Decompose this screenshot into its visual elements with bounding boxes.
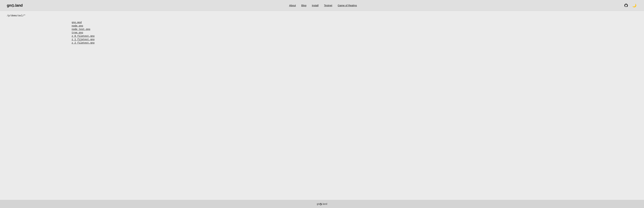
file-link-node-gno[interactable]: node.gno [72, 24, 83, 27]
file-link-z2-filetest-gno[interactable]: z_2_filetest.gno [72, 42, 94, 44]
nav-game-of-realms[interactable]: Game of Realms [338, 4, 357, 7]
nav-about[interactable]: About [289, 4, 296, 7]
nav-testnet[interactable]: Testnet [324, 4, 332, 7]
footer-logo: gn.land [317, 203, 327, 205]
file-link-tree-gno[interactable]: tree.gno [72, 31, 83, 34]
site-logo[interactable]: gn.land [7, 3, 23, 8]
breadcrumb: /p/demo/avl/* [7, 14, 637, 17]
file-link-node-test-gno[interactable]: node_test.gno [72, 28, 90, 31]
github-button[interactable] [623, 3, 629, 8]
nav-blog[interactable]: Blog [301, 4, 306, 7]
list-item: gno.mod [72, 21, 637, 24]
site-footer: gn.land [0, 200, 644, 208]
file-link-gno-mod[interactable]: gno.mod [72, 21, 82, 24]
github-icon [624, 3, 628, 7]
breadcrumb-path: /p/demo/avl/* [7, 14, 26, 17]
list-item: tree.gno [72, 31, 637, 34]
main-content: /p/demo/avl/* gno.mod node.gno node_test… [0, 11, 644, 200]
file-list: gno.mod node.gno node_test.gno tree.gno … [72, 21, 637, 44]
dark-mode-button[interactable]: 🌙 [632, 3, 637, 8]
header-icons: 🌙 [623, 3, 637, 8]
list-item: z_1_filetest.gno [72, 38, 637, 41]
site-header: gn.land About Blog Install Testnet Game … [0, 0, 644, 11]
moon-icon: 🌙 [632, 3, 636, 7]
list-item: z_2_filetest.gno [72, 42, 637, 44]
file-link-z0-filetest-gno[interactable]: z_0_filetest.gno [72, 35, 94, 37]
nav-install[interactable]: Install [312, 4, 318, 7]
list-item: z_0_filetest.gno [72, 35, 637, 37]
list-item: node_test.gno [72, 28, 637, 31]
file-link-z1-filetest-gno[interactable]: z_1_filetest.gno [72, 38, 94, 41]
list-item: node.gno [72, 24, 637, 27]
main-nav: About Blog Install Testnet Game of Realm… [289, 4, 357, 7]
